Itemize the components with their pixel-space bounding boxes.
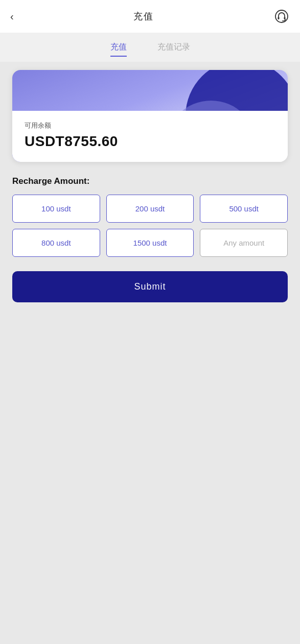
balance-label: 可用余额 bbox=[25, 121, 275, 130]
amount-100[interactable]: 100 usdt bbox=[12, 195, 100, 223]
page-title: 充值 bbox=[133, 10, 154, 22]
svg-rect-2 bbox=[284, 17, 285, 19]
tab-recharge[interactable]: 充值 bbox=[110, 42, 127, 57]
balance-amount: USDT8755.60 bbox=[25, 133, 275, 150]
amount-200[interactable]: 200 usdt bbox=[106, 195, 194, 223]
submit-button[interactable]: Submit bbox=[12, 271, 288, 302]
amount-800[interactable]: 800 usdt bbox=[12, 229, 100, 257]
recharge-section-label: Recharge Amount: bbox=[12, 176, 288, 186]
amount-500[interactable]: 500 usdt bbox=[200, 195, 288, 223]
balance-card: 可用余额 USDT8755.60 bbox=[12, 70, 288, 162]
tabs-bar: 充值 充值记录 bbox=[0, 33, 300, 62]
balance-card-content: 可用余额 USDT8755.60 bbox=[12, 111, 288, 162]
headset-icon bbox=[274, 9, 289, 23]
tab-recharge-history[interactable]: 充值记录 bbox=[157, 42, 190, 57]
support-button[interactable] bbox=[273, 8, 290, 25]
svg-rect-1 bbox=[278, 17, 279, 19]
header: ‹ 充值 bbox=[0, 0, 300, 33]
back-button[interactable]: ‹ bbox=[10, 11, 14, 22]
main-content: 可用余额 USDT8755.60 Recharge Amount: 100 us… bbox=[0, 62, 300, 311]
amount-any[interactable]: Any amount bbox=[200, 229, 288, 257]
amount-1500[interactable]: 1500 usdt bbox=[106, 229, 194, 257]
amount-grid: 100 usdt 200 usdt 500 usdt 800 usdt 1500… bbox=[12, 195, 288, 257]
svg-point-0 bbox=[275, 10, 288, 22]
